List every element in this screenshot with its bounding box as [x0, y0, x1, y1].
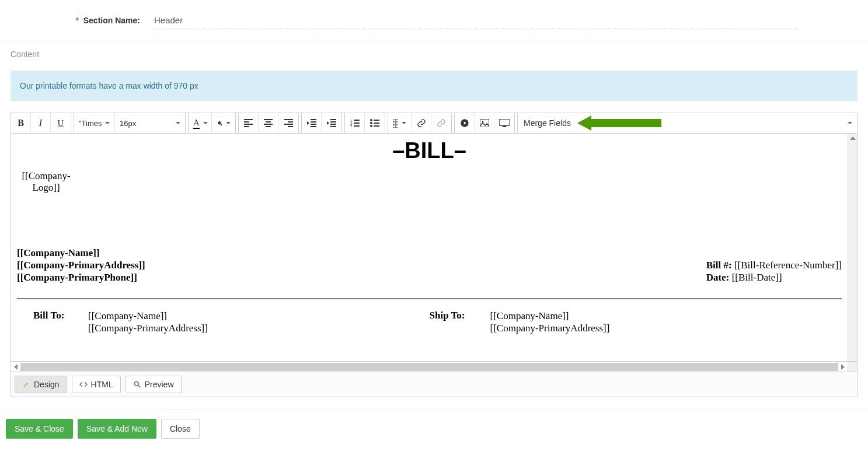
caret-down-icon — [226, 122, 231, 124]
pencil-icon — [22, 380, 30, 388]
paint-bucket-icon — [217, 119, 222, 128]
caret-down-icon — [105, 122, 110, 124]
horizontal-scrollbar[interactable] — [11, 362, 857, 372]
indent-icon — [327, 119, 336, 127]
font-family-label: "Times Ne… — [79, 119, 102, 128]
bg-color-button[interactable] — [212, 113, 235, 133]
scroll-up-icon — [848, 134, 857, 143]
svg-rect-11 — [499, 119, 510, 125]
tab-preview-label: Preview — [145, 380, 174, 389]
bill-number-label: Bill #: — [706, 260, 732, 271]
scroll-track — [20, 363, 838, 371]
link-button[interactable] — [412, 113, 431, 133]
bill-number-value: [[Bill-Reference-Number]] — [734, 260, 842, 271]
unordered-list-icon — [370, 119, 379, 127]
font-size-label: 16px — [120, 119, 136, 128]
scroll-left-icon — [11, 362, 20, 372]
bill-meta-block: Bill #: [[Bill-Reference-Number]] Date: … — [706, 259, 842, 284]
tab-preview[interactable]: Preview — [126, 376, 182, 393]
caret-down-icon — [176, 122, 180, 124]
section-name-row: * Section Name: — [0, 0, 868, 41]
video-button[interactable] — [455, 113, 475, 133]
unlink-icon — [437, 118, 446, 128]
section-name-text: Section Name: — [83, 16, 140, 25]
save-add-new-button[interactable]: Save & Add New — [78, 419, 156, 439]
indent-button[interactable] — [322, 113, 341, 133]
save-close-button[interactable]: Save & Close — [6, 419, 73, 439]
svg-text:3: 3 — [350, 125, 353, 127]
content-label: Content — [0, 41, 868, 67]
embed-button[interactable] — [494, 113, 514, 133]
image-icon — [480, 119, 489, 127]
tab-design-label: Design — [34, 380, 60, 389]
align-center-button[interactable] — [259, 113, 278, 133]
ordered-list-icon: 123 — [350, 119, 360, 127]
close-button[interactable]: Close — [161, 419, 200, 439]
italic-button[interactable]: I — [31, 113, 51, 133]
company-info-block: [[Company-Name]] [[Company-PrimaryAddres… — [17, 247, 145, 284]
date-label: Date: — [706, 272, 730, 283]
bill-to-block: [[Company-Name]] [[Company-PrimaryAddres… — [88, 310, 208, 335]
font-color-button[interactable]: A — [189, 113, 212, 133]
view-tabs: Design HTML Preview — [11, 372, 857, 397]
unordered-list-button[interactable] — [365, 113, 385, 133]
divider — [17, 298, 842, 299]
font-family-select[interactable]: "Times Ne… — [74, 113, 115, 133]
link-icon — [417, 118, 426, 128]
bold-button[interactable]: B — [11, 113, 31, 133]
vertical-scrollbar[interactable] — [848, 134, 857, 361]
bill-to-address: [[Company-PrimaryAddress]] — [88, 322, 208, 334]
required-asterisk-icon: * — [75, 16, 78, 25]
svg-point-6 — [370, 125, 372, 127]
scroll-corner — [848, 362, 857, 372]
svg-rect-9 — [480, 119, 489, 127]
merge-fields-select[interactable]: Merge Fields — [517, 113, 857, 133]
info-banner: Our printable formats have a max width o… — [11, 71, 857, 101]
ship-to-address: [[Company-PrimaryAddress]] — [490, 322, 610, 334]
tab-html-label: HTML — [91, 380, 113, 389]
ship-to-label: Ship To: — [430, 310, 476, 335]
tab-html[interactable]: HTML — [72, 376, 121, 393]
align-right-button[interactable] — [278, 113, 298, 133]
code-icon — [79, 380, 88, 388]
svg-point-5 — [370, 122, 372, 124]
caret-down-icon — [848, 122, 852, 124]
editor-toolbar: B I U "Times Ne… 16px A — [11, 113, 857, 134]
caret-down-icon — [402, 122, 406, 124]
align-right-icon — [284, 119, 293, 127]
outdent-icon — [307, 119, 316, 127]
align-left-button[interactable] — [239, 113, 259, 133]
underline-button[interactable]: U — [51, 113, 71, 133]
section-name-label: * Section Name: — [0, 16, 152, 25]
image-button[interactable] — [475, 113, 494, 133]
align-left-icon — [244, 119, 253, 127]
info-banner-text: Our printable formats have a max width o… — [20, 81, 198, 90]
ordered-list-button[interactable]: 123 — [345, 113, 365, 133]
font-size-select[interactable]: 16px — [115, 113, 185, 133]
ship-to-block: [[Company-Name]] [[Company-PrimaryAddres… — [490, 310, 610, 335]
unlink-button[interactable] — [431, 113, 451, 133]
ship-to-name: [[Company-Name]] — [490, 310, 610, 322]
svg-point-12 — [134, 382, 138, 386]
svg-point-4 — [370, 119, 372, 121]
play-circle-icon — [460, 118, 469, 128]
bill-to-label: Bill To: — [33, 310, 74, 335]
company-address: [[Company-PrimaryAddress]] — [17, 259, 145, 271]
merge-fields-label: Merge Fields — [518, 118, 577, 128]
align-center-icon — [264, 119, 273, 127]
company-name: [[Company-Name]] — [17, 247, 145, 259]
outdent-button[interactable] — [302, 113, 322, 133]
company-phone: [[Company-PrimaryPhone]] — [17, 271, 145, 284]
search-icon — [133, 380, 141, 388]
svg-point-0 — [221, 124, 222, 125]
caret-down-icon — [203, 122, 208, 124]
footer-actions: Save & Close Save & Add New Close — [0, 409, 868, 448]
table-button[interactable] — [388, 113, 412, 133]
embed-icon — [499, 119, 510, 127]
table-icon — [393, 119, 398, 128]
editor-canvas[interactable]: –BILL– [[Company-Logo]] [[Company-Name]]… — [11, 134, 848, 361]
section-name-input[interactable] — [152, 12, 798, 29]
document-title: –BILL– — [17, 138, 842, 163]
tab-design[interactable]: Design — [15, 376, 67, 393]
scroll-right-icon — [838, 362, 848, 372]
